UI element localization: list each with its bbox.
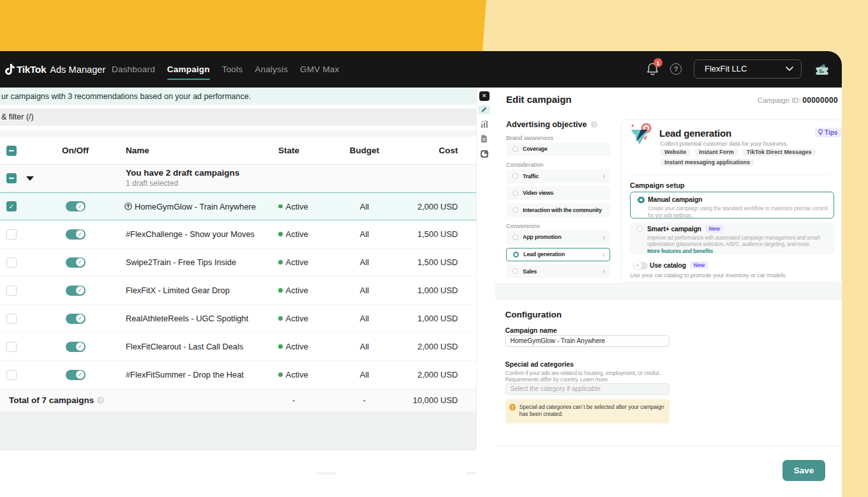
pencil-icon <box>481 106 488 113</box>
rewards-ticket-icon[interactable] <box>815 63 829 75</box>
row-checkbox[interactable]: ✓ <box>6 201 17 211</box>
search-filter-bar[interactable]: & filter (/) <box>0 109 476 126</box>
select-all-checkbox[interactable] <box>6 146 17 156</box>
notification-badge: 1 <box>654 58 662 67</box>
card-divider <box>629 174 830 175</box>
column-budget: Budget <box>338 146 391 155</box>
column-name: Name <box>115 146 268 155</box>
on-off-toggle[interactable]: ✓ <box>66 201 86 211</box>
cost-value: 2,000 USD <box>391 202 476 211</box>
state-dot <box>278 204 283 209</box>
special-ad-categories-description: Confirm if your ads are related to housi… <box>505 371 673 383</box>
on-off-toggle[interactable]: ✓ <box>66 314 86 324</box>
radio-icon <box>636 226 643 232</box>
on-off-toggle[interactable]: ✓ <box>66 342 86 352</box>
edit-tool-tab[interactable] <box>478 105 490 114</box>
objective-video-views[interactable]: Video views <box>506 186 610 200</box>
nav-campaign[interactable]: Campaign <box>167 65 210 74</box>
main-nav: Dashboard Campaign Tools Analysis GMV Ma… <box>112 51 340 88</box>
cost-value: 1,500 USD <box>391 229 476 239</box>
objective-lead-generation[interactable]: Lead generation › <box>506 248 610 262</box>
on-off-toggle[interactable]: ✓ <box>66 370 86 380</box>
row-checkbox[interactable] <box>6 370 17 380</box>
tiktok-logo-icon <box>4 63 15 75</box>
radio-icon <box>513 234 518 240</box>
total-state: - <box>268 395 338 405</box>
objective-help-icon[interactable]: ? <box>591 121 597 128</box>
table-row[interactable]: ✓ Swipe2Train - Free Tips Inside Active … <box>0 249 476 277</box>
budget-value: All <box>338 286 391 295</box>
on-off-toggle[interactable]: ✓ <box>66 286 86 296</box>
detail-tags-row: Website Instant Form TikTok Direct Messa… <box>661 149 816 157</box>
lead-generation-illustration <box>629 122 654 148</box>
state-dot <box>278 316 283 321</box>
column-state: State <box>268 146 338 155</box>
table-row[interactable]: ✓ #FlexChallenge - Show your Moves Activ… <box>0 220 476 249</box>
manual-campaign-option[interactable]: Manual campaign Create your campaign usi… <box>630 192 834 219</box>
objective-coverage[interactable]: Coverage <box>506 142 610 157</box>
table-row[interactable]: ✓ FlexFitX - Limited Gear Drop Active Al… <box>0 277 476 305</box>
panel-section-gap <box>495 283 842 300</box>
draft-group-checkbox[interactable] <box>6 173 17 183</box>
row-checkbox[interactable] <box>6 286 17 296</box>
nav-dashboard[interactable]: Dashboard <box>112 65 155 74</box>
smart-campaign-option[interactable]: Smart+ campaignNew Improve ad performanc… <box>630 222 834 254</box>
objective-interaction[interactable]: Interaction with the community <box>506 203 610 217</box>
table-background-area <box>0 411 476 450</box>
objective-traffic[interactable]: Traffic › <box>506 169 610 183</box>
chart-tool-icon[interactable] <box>481 120 488 128</box>
help-icon[interactable]: ? <box>670 63 682 75</box>
table-row[interactable]: ✓ RealAthleteReels - UGC Spotlight Activ… <box>0 305 476 333</box>
campaign-name-input[interactable] <box>505 335 670 347</box>
budget-value: All <box>338 229 391 239</box>
row-checkbox[interactable] <box>6 314 17 324</box>
radio-icon <box>513 173 518 179</box>
nav-gmv-max[interactable]: GMV Max <box>300 65 339 74</box>
special-ad-categories-label: Special ad categories <box>505 360 574 368</box>
radio-selected-icon <box>638 197 645 204</box>
collapse-caret-icon[interactable] <box>26 176 34 181</box>
cost-value: 1,000 USD <box>391 286 476 295</box>
table-row[interactable]: ✓ #FlexFitSummer - Drop the Heat Active … <box>0 361 476 389</box>
recommendation-banner: ur campaigns with 3 recommendations base… <box>0 88 476 105</box>
budget-value: All <box>338 257 391 267</box>
campaign-id-value: 00000000 <box>802 96 838 105</box>
row-checkbox[interactable] <box>6 257 17 268</box>
group-label-conversions: Conversions <box>506 222 540 229</box>
special-categories-warning: ! Special ad categories can´t be selecte… <box>505 399 670 424</box>
campaign-name: Swipe2Train - Free Tips Inside <box>126 257 236 267</box>
group-label-consideration: Consideration <box>506 161 544 168</box>
analytics-tool-icon[interactable] <box>481 150 489 158</box>
smart-description: Improve ad performance with automated ca… <box>647 234 828 248</box>
save-button[interactable]: Save <box>782 460 825 481</box>
total-help-icon[interactable]: ? <box>97 397 104 404</box>
draft-group-title: You have 2 draft campaigns <box>126 168 239 178</box>
campaign-setup-heading: Campaign setup <box>630 181 685 189</box>
budget-value: All <box>338 202 391 211</box>
more-features-link[interactable]: More features and benefits <box>647 248 828 254</box>
detail-info-mark: : <box>725 129 727 135</box>
row-checkbox[interactable] <box>6 342 17 352</box>
account-dropdown[interactable]: FlexFit LLC <box>694 59 802 79</box>
state-label: Active <box>286 286 308 295</box>
manual-title: Manual campaign <box>648 195 702 203</box>
document-tool-icon[interactable] <box>481 135 488 143</box>
table-row[interactable]: ✓ FlexFitClearout - Last Call Deals Acti… <box>0 333 476 361</box>
cost-value: 2,000 USD <box>391 342 476 351</box>
use-catalog-toggle[interactable]: ✕ <box>633 262 648 270</box>
objective-app-promotion[interactable]: App promotion › <box>506 230 610 244</box>
objective-sales[interactable]: Sales › <box>506 264 610 279</box>
on-off-toggle[interactable]: ✓ <box>66 257 86 268</box>
warning-text: Special ad categories can´t be selected … <box>520 404 666 418</box>
total-label-wrap: Total of 7 campaigns ? <box>9 389 104 411</box>
on-off-toggle[interactable]: ✓ <box>66 229 86 240</box>
category-select[interactable]: Select the category if applicable <box>505 383 670 395</box>
tips-button[interactable]: Tips <box>815 128 841 137</box>
row-checkbox[interactable] <box>6 229 17 240</box>
budget-value: All <box>338 370 391 379</box>
nav-tools[interactable]: Tools <box>222 65 243 74</box>
nav-analysis[interactable]: Analysis <box>255 65 288 74</box>
table-row[interactable]: ✓ ✓ HomeGymGlow - Train Anywhere Active … <box>0 192 476 220</box>
state-dot <box>278 372 283 377</box>
close-panel-button[interactable]: ✕ <box>479 91 490 102</box>
